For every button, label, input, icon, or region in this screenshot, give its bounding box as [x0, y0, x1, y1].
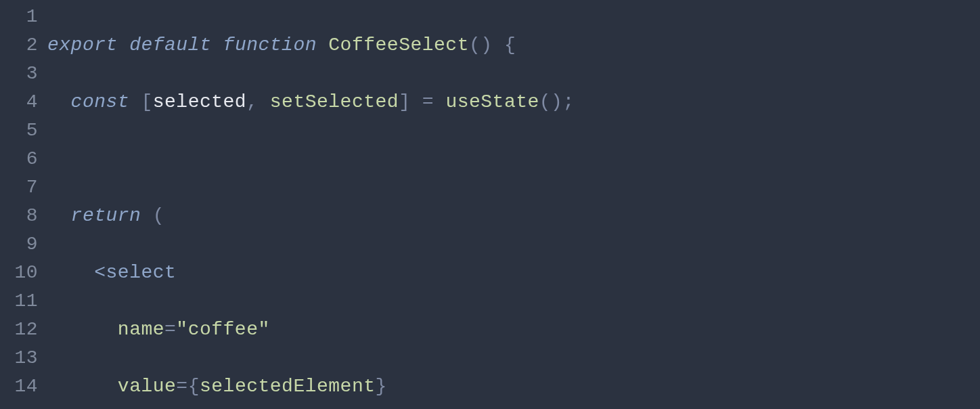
line-number: 14 — [0, 372, 38, 401]
code-line[interactable]: name="coffee" — [47, 316, 645, 344]
code-area[interactable]: export default function CoffeeSelect() {… — [47, 3, 645, 409]
code-line[interactable]: <select — [47, 259, 645, 287]
code-editor[interactable]: 1 2 3 4 5 6 7 8 9 10 11 12 13 14 export … — [0, 0, 980, 409]
line-number-gutter: 1 2 3 4 5 6 7 8 9 10 11 12 13 14 — [0, 3, 47, 409]
line-number: 1 — [0, 3, 38, 31]
code-line[interactable]: value={selectedElement} — [47, 372, 645, 401]
line-number: 4 — [0, 88, 38, 116]
line-number: 13 — [0, 344, 38, 372]
line-number: 8 — [0, 202, 38, 230]
line-number: 5 — [0, 116, 38, 145]
code-line[interactable] — [47, 145, 645, 173]
line-number: 6 — [0, 145, 38, 173]
line-number: 11 — [0, 287, 38, 316]
code-line[interactable]: export default function CoffeeSelect() { — [47, 31, 645, 60]
line-number: 12 — [0, 316, 38, 344]
line-number: 10 — [0, 259, 38, 287]
code-line[interactable]: const [selected, setSelected] = useState… — [47, 88, 645, 116]
line-number: 2 — [0, 31, 38, 60]
line-number: 9 — [0, 230, 38, 259]
line-number: 3 — [0, 60, 38, 88]
code-line[interactable]: return ( — [47, 202, 645, 230]
line-number: 7 — [0, 173, 38, 202]
